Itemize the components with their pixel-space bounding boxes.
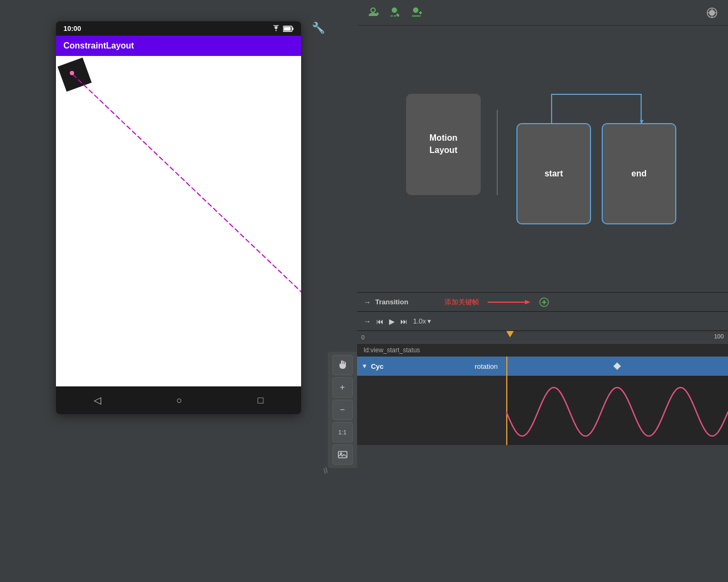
states-row: start end: [516, 123, 676, 224]
right-panel: MotionLayout ▼: [357, 0, 728, 582]
phone-preview: 10:00 ConstraintLayout: [56, 21, 301, 414]
timeline-start-label: 0: [361, 334, 365, 341]
record-icon[interactable]: [705, 5, 719, 20]
diagram-area: MotionLayout ▼: [357, 26, 728, 292]
phone-toolbar-title: ConstraintLayout: [63, 41, 134, 50]
wave-area: [357, 376, 728, 445]
id-label: Id:view_start_status: [363, 346, 420, 354]
phone-content: [56, 56, 301, 386]
phone-nav-bar: ◁ ○ □: [56, 386, 301, 414]
svg-rect-2: [284, 27, 291, 30]
add-transition-icon[interactable]: [387, 5, 402, 20]
add-keyframe-button[interactable]: [539, 297, 549, 308]
phone-toolbar: ConstraintLayout: [56, 36, 301, 56]
start-box[interactable]: start: [516, 123, 591, 224]
end-label: end: [632, 169, 646, 179]
track-name: Cyc: [371, 362, 403, 370]
status-icons: [271, 25, 294, 33]
track-row[interactable]: ▼ Cyc rotation: [357, 357, 506, 376]
zoom-in-button[interactable]: +: [333, 377, 353, 398]
track-canvas: [506, 357, 728, 376]
add-constraintset-icon[interactable]: [366, 5, 381, 20]
motion-path-line: [56, 56, 301, 386]
battery-icon: [283, 26, 294, 32]
editor-toolbar: [357, 0, 728, 26]
skip-forward-button[interactable]: ⏭: [400, 317, 408, 326]
wave-canvas: [506, 376, 728, 445]
zoom-out-button[interactable]: −: [333, 400, 353, 420]
end-box[interactable]: end: [602, 123, 676, 224]
svg-rect-1: [293, 27, 294, 30]
timeline-section: → Transition 添加关键帧 → ⏮ ▶ ⏭ 1.0x: [357, 292, 728, 445]
states-container: ▼ start end: [514, 94, 679, 224]
timeline-end-num: 100: [714, 333, 724, 340]
motion-pin: [70, 71, 74, 75]
bridge-left-leg: [551, 94, 552, 123]
add-keyframe-arrow-icon: [488, 298, 530, 306]
left-panel: 🔧 10:00 ConstraintLayou: [0, 0, 357, 582]
diagram-container: MotionLayout ▼: [406, 94, 679, 224]
svg-rect-4: [338, 451, 347, 458]
right-toolbar: + − 1:1: [328, 352, 357, 468]
transition-label: Transition: [375, 298, 408, 306]
svg-point-7: [709, 10, 715, 15]
svg-line-3: [73, 75, 301, 317]
phone-status-bar: 10:00: [56, 21, 301, 36]
id-label-row: Id:view_start_status: [357, 344, 728, 357]
playhead-triangle: [506, 331, 514, 337]
svg-marker-9: [525, 300, 530, 304]
image-button[interactable]: [333, 444, 353, 465]
nav-back-icon[interactable]: ◁: [94, 394, 101, 406]
transition-header: → Transition 添加关键帧: [357, 293, 728, 312]
timeline-label-area: 0: [357, 331, 506, 344]
playback-bar: → ⏮ ▶ ⏭ 1.0x ▾: [357, 312, 728, 331]
hand-tool-button[interactable]: [333, 355, 353, 375]
wave-left-spacer: [357, 376, 506, 445]
phone-time: 10:00: [63, 25, 81, 33]
add-state-icon[interactable]: [408, 5, 423, 20]
keyframe-diamond[interactable]: [613, 362, 621, 370]
timeline-playhead[interactable]: [506, 331, 514, 337]
wave-canvas-area: [506, 376, 728, 445]
nav-recent-icon[interactable]: □: [257, 395, 263, 406]
transition-arrow-icon: →: [363, 298, 371, 306]
start-label: start: [545, 169, 563, 179]
diagram-divider: [497, 110, 498, 195]
motion-layout-box[interactable]: MotionLayout: [406, 94, 481, 195]
ratio-button[interactable]: 1:1: [333, 422, 353, 442]
wrench-icon: 🔧: [312, 21, 325, 34]
playback-transition-arrow: →: [363, 317, 371, 326]
speed-chevron-down: ▾: [427, 317, 431, 325]
bridge-top-bar: [551, 94, 642, 95]
bridge: ▼: [514, 94, 679, 123]
speed-selector[interactable]: 1.0x ▾: [413, 317, 431, 325]
play-button[interactable]: ▶: [389, 317, 395, 326]
track-property: rotation: [406, 362, 502, 370]
timeline-header-row: 0 100: [357, 331, 728, 344]
add-keyframe-chinese-label: 添加关键帧: [444, 297, 479, 307]
track-playhead-line: [506, 357, 507, 376]
track-row-container: ▼ Cyc rotation: [357, 357, 728, 376]
svg-point-5: [340, 453, 342, 455]
timeline-numbers-track: 100: [506, 331, 728, 344]
wifi-icon: [271, 25, 281, 33]
track-expand-icon[interactable]: ▼: [361, 362, 368, 370]
motion-layout-label: MotionLayout: [430, 132, 457, 156]
nav-home-icon[interactable]: ○: [176, 395, 182, 406]
skip-back-button[interactable]: ⏮: [376, 317, 384, 326]
